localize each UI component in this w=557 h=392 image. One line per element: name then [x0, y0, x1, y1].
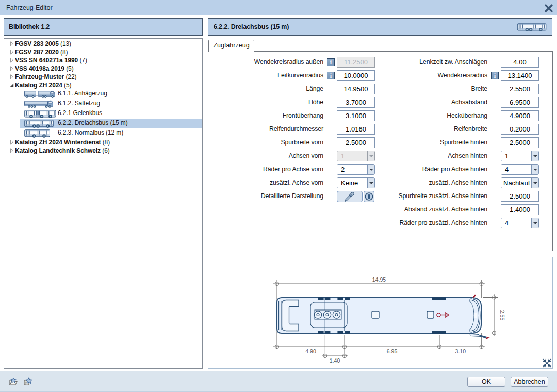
- svg-text:14.95: 14.95: [372, 276, 386, 283]
- svg-text:6.95: 6.95: [387, 348, 398, 354]
- svg-text:1.40: 1.40: [330, 357, 340, 364]
- svg-text:2.55: 2.55: [499, 310, 505, 321]
- svg-text:3.10: 3.10: [455, 348, 466, 354]
- svg-text:4.90: 4.90: [305, 348, 316, 354]
